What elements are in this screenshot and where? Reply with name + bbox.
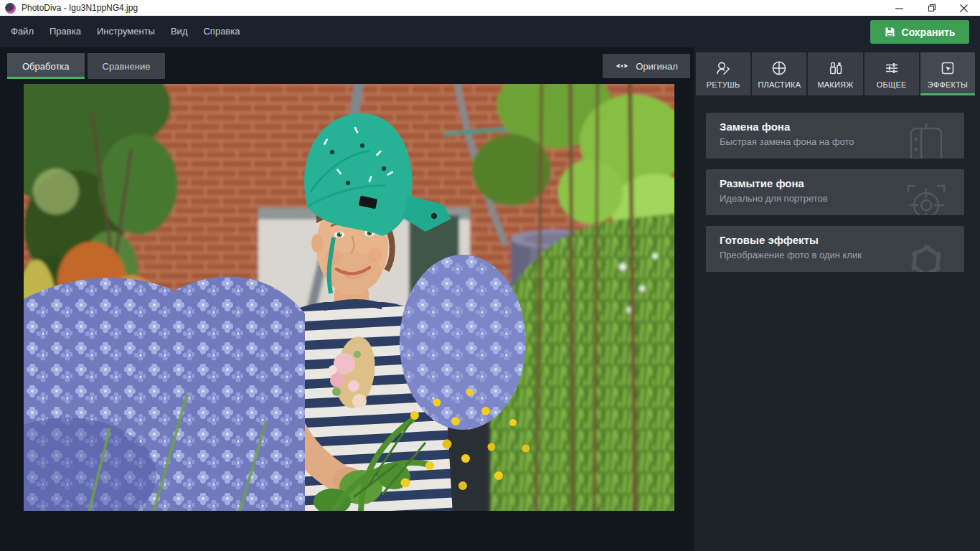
aperture-icon (903, 235, 950, 272)
tab-processing-label: Обработка (22, 61, 70, 72)
tab-processing[interactable]: Обработка (7, 53, 85, 79)
blur-target-icon (903, 179, 950, 215)
close-button[interactable] (948, 0, 980, 16)
panel-tabs: РЕТУШЬ ПЛАСТИКА МАКИЯЖ (696, 52, 975, 95)
plastic-icon (771, 60, 788, 77)
card-replace-background[interactable]: Замена фона Быстрая замена фона на фото (706, 113, 964, 159)
original-button[interactable]: Оригинал (603, 54, 690, 78)
minimize-button[interactable] (883, 0, 915, 16)
replace-background-icon (903, 122, 950, 159)
menu-help[interactable]: Справка (195, 16, 248, 47)
restore-icon (928, 4, 936, 12)
photo-preview (24, 84, 674, 511)
panel-tab-retouch-label: РЕТУШЬ (707, 80, 740, 89)
save-button[interactable]: Сохранить (870, 20, 969, 44)
photo-image (24, 84, 674, 511)
panel-tab-plastic-label: ПЛАСТИКА (758, 80, 801, 89)
window-title: PhotoDiva - Igu3N1ppNG4.jpg (22, 3, 138, 13)
panel-tab-makeup-label: МАКИЯЖ (817, 80, 853, 89)
panel-tab-retouch[interactable]: РЕТУШЬ (696, 52, 750, 95)
minimize-icon (895, 4, 903, 12)
tools-panel: РЕТУШЬ ПЛАСТИКА МАКИЯЖ (694, 47, 980, 551)
card-ready-effects[interactable]: Готовые эффекты Преображение фото в один… (706, 226, 964, 272)
menu-file[interactable]: Файл (3, 16, 42, 47)
save-label: Сохранить (902, 27, 956, 38)
menubar: Файл Правка Инструменты Вид Справка Сохр… (0, 16, 980, 47)
effects-icon (939, 60, 956, 77)
tab-comparison[interactable]: Сравнение (88, 53, 166, 79)
panel-tab-general-label: ОБЩЕЕ (877, 80, 907, 89)
original-label: Оригинал (636, 61, 678, 72)
window-controls (883, 0, 980, 16)
menu-view[interactable]: Вид (163, 16, 196, 47)
panel-tab-general[interactable]: ОБЩЕЕ (864, 52, 919, 95)
panel-tab-effects-label: ЭФФЕКТЫ (928, 80, 968, 89)
menu-tools[interactable]: Инструменты (89, 16, 163, 47)
sliders-icon (883, 60, 900, 77)
close-icon (960, 4, 968, 12)
panel-tab-effects[interactable]: ЭФФЕКТЫ (920, 52, 975, 95)
makeup-icon (827, 60, 844, 77)
menu-edit[interactable]: Правка (42, 16, 89, 47)
panel-tab-makeup[interactable]: МАКИЯЖ (808, 52, 862, 95)
app-logo-icon (5, 3, 16, 14)
effects-cards: Замена фона Быстрая замена фона на фото … (706, 113, 964, 272)
eye-icon (615, 61, 629, 71)
view-tabs: Обработка Сравнение (7, 53, 165, 79)
panel-tab-plastic[interactable]: ПЛАСТИКА (752, 52, 806, 95)
canvas-area: Обработка Сравнение Оригинал (0, 47, 694, 519)
restore-button[interactable] (915, 0, 948, 16)
tab-comparison-label: Сравнение (103, 61, 151, 72)
floppy-disk-icon (885, 27, 895, 37)
card-blur-background[interactable]: Размытие фона Идеально для портретов (706, 169, 964, 215)
titlebar: PhotoDiva - Igu3N1ppNG4.jpg (0, 0, 980, 16)
retouch-icon (715, 60, 732, 77)
